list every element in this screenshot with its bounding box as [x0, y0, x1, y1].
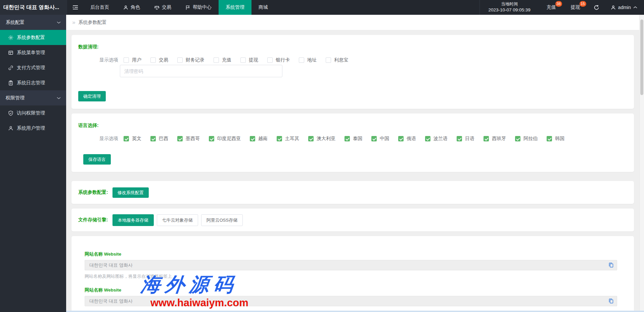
checkbox-checked-icon[interactable]: [277, 136, 282, 141]
sidebar-item-system-menu[interactable]: 系统菜单管理: [0, 45, 66, 60]
checkbox-checked-icon[interactable]: [457, 136, 462, 141]
withdraw-nav-item[interactable]: 提现 15: [563, 0, 588, 15]
checkbox-icon[interactable]: [177, 57, 183, 63]
storage-option-alioss-button[interactable]: 阿里云OSS存储: [201, 214, 243, 226]
checkbox-checked-icon[interactable]: [250, 136, 255, 141]
data-clean-option-finance[interactable]: 财务记录: [177, 57, 204, 63]
withdraw-badge: 15: [580, 1, 586, 7]
save-language-button[interactable]: 保存语言: [83, 154, 111, 165]
data-clean-option-recharge[interactable]: 充值: [214, 57, 231, 63]
language-option-korean[interactable]: 韩国: [547, 136, 564, 142]
scale-icon: [154, 5, 159, 10]
language-option-vietnam[interactable]: 越南: [250, 136, 268, 142]
user-menu[interactable]: admin: [605, 0, 644, 15]
sidebar-item-system-users[interactable]: 系统用户管理: [0, 121, 66, 136]
sidebar-item-system-params[interactable]: 系统参数配置: [0, 30, 66, 45]
nav-item-help[interactable]: 帮助中心: [178, 0, 219, 15]
website-name2-input[interactable]: [85, 296, 617, 306]
user-icon: [611, 5, 616, 10]
refresh-button[interactable]: [588, 0, 605, 15]
checkbox-icon[interactable]: [240, 57, 246, 63]
copy-icon[interactable]: [608, 298, 614, 304]
modify-system-config-button[interactable]: 修改系统配置: [112, 187, 149, 198]
checkbox-checked-icon[interactable]: [177, 136, 183, 141]
nav-item-roles[interactable]: 角色: [116, 0, 147, 15]
language-option-spanish[interactable]: 西班牙: [484, 136, 506, 142]
breadcrumb: » 系统参数配置: [66, 15, 639, 30]
language-option-indonesia[interactable]: 印度尼西亚: [209, 136, 241, 142]
data-clean-option-bankcard[interactable]: 银行卡: [267, 57, 290, 63]
system-param-label: 系统参数配置:: [78, 189, 108, 195]
sidebar-item-access-permissions[interactable]: 访问权限管理: [0, 105, 66, 121]
storage-option-qiniu-button[interactable]: 七牛云对象存储: [157, 214, 198, 226]
data-clean-option-interest[interactable]: 利息宝: [326, 57, 348, 63]
recharge-nav-item[interactable]: 充值 38: [539, 0, 563, 15]
data-clean-option-trade[interactable]: 交易: [150, 57, 168, 63]
clean-password-input[interactable]: [120, 65, 282, 77]
checkbox-checked-icon[interactable]: [150, 136, 156, 141]
scrollbar-thumb[interactable]: [640, 19, 643, 95]
nav-item-home[interactable]: 后台首页: [83, 0, 116, 15]
data-clean-card: 数据清理: 显示选项 用户 交易 财务记录 充值 提现 银行卡 地址 利息宝 确…: [72, 35, 634, 109]
checkbox-icon[interactable]: [267, 57, 273, 63]
local-time: 当地时间 2023-10-07 09:05:39: [479, 0, 539, 15]
copy-icon[interactable]: [608, 262, 614, 268]
bottom-edge-strip: [66, 311, 644, 312]
checkbox-icon[interactable]: [214, 57, 219, 63]
website-name-input[interactable]: [85, 260, 617, 270]
sidebar-group-system-config[interactable]: 系统配置: [0, 15, 66, 30]
local-time-value: 2023-10-07 09:05:39: [489, 7, 531, 13]
language-option-arabic[interactable]: 阿拉伯: [515, 136, 538, 142]
storage-engine-card: 文件存储引擎: 本地服务器存储 七牛云对象存储 阿里云OSS存储: [72, 209, 634, 231]
data-clean-option-user[interactable]: 用户: [124, 57, 141, 63]
checkbox-icon[interactable]: [124, 57, 129, 63]
checkbox-icon[interactable]: [299, 57, 304, 63]
checkbox-checked-icon[interactable]: [547, 136, 552, 141]
checkbox-checked-icon[interactable]: [515, 136, 520, 141]
storage-option-local-button[interactable]: 本地服务器存储: [112, 214, 154, 226]
main-content: » 系统参数配置 数据清理: 显示选项 用户 交易 财务记录 充值 提现 银行卡…: [66, 15, 639, 312]
checkbox-checked-icon[interactable]: [425, 136, 430, 141]
language-option-brazil[interactable]: 巴西: [150, 136, 168, 142]
language-option-australia[interactable]: 澳大利亚: [308, 136, 335, 142]
checkbox-checked-icon[interactable]: [344, 136, 350, 141]
website-name2-label: 网站名称 Website: [85, 287, 617, 293]
vertical-scrollbar[interactable]: [639, 15, 644, 312]
options-label: 显示选项: [99, 136, 118, 142]
language-option-russian[interactable]: 俄语: [398, 136, 416, 142]
language-option-polish[interactable]: 波兰语: [425, 136, 448, 142]
sidebar-filler: [0, 136, 66, 312]
clipboard-icon: [8, 80, 13, 86]
checkbox-checked-icon[interactable]: [484, 136, 489, 141]
sidebar-toggle-button[interactable]: [67, 0, 83, 15]
recharge-badge: 38: [555, 1, 562, 7]
data-clean-option-withdraw[interactable]: 提现: [240, 57, 258, 63]
sidebar-item-system-logs[interactable]: 系统日志管理: [0, 75, 66, 90]
website-name-field: [85, 260, 617, 270]
gear-icon: [8, 35, 13, 40]
language-option-thailand[interactable]: 泰国: [344, 136, 362, 142]
checkbox-checked-icon[interactable]: [124, 136, 129, 141]
sidebar-item-payment-methods[interactable]: 支付方式管理: [0, 60, 66, 75]
language-option-china[interactable]: 中国: [371, 136, 389, 142]
website-name-help: 网站名称及网站图标，将显示在浏览器标签上: [85, 273, 617, 279]
data-clean-option-address[interactable]: 地址: [299, 57, 317, 63]
checkbox-icon[interactable]: [326, 57, 331, 63]
language-option-japanese[interactable]: 日语: [457, 136, 474, 142]
checkbox-checked-icon[interactable]: [308, 136, 314, 141]
language-option-turkey[interactable]: 土耳其: [277, 136, 299, 142]
language-options-row: 显示选项 英文 巴西 墨西哥 印度尼西亚 越南 土耳其 澳大利亚 泰国 中国 俄…: [99, 136, 627, 142]
language-option-english[interactable]: 英文: [124, 136, 141, 142]
language-option-mexico[interactable]: 墨西哥: [177, 136, 200, 142]
hamburger-icon: [73, 5, 78, 10]
nav-item-system[interactable]: 系统管理: [219, 0, 251, 15]
nav-item-trade[interactable]: 交易: [147, 0, 178, 15]
options-label: 显示选项: [99, 57, 118, 63]
sidebar-group-permissions[interactable]: 权限管理: [0, 90, 66, 105]
checkbox-checked-icon[interactable]: [371, 136, 377, 141]
confirm-clean-button[interactable]: 确定清理: [78, 91, 106, 101]
nav-item-mall[interactable]: 商城: [251, 0, 275, 15]
checkbox-icon[interactable]: [150, 57, 156, 63]
checkbox-checked-icon[interactable]: [398, 136, 404, 141]
checkbox-checked-icon[interactable]: [209, 136, 214, 141]
